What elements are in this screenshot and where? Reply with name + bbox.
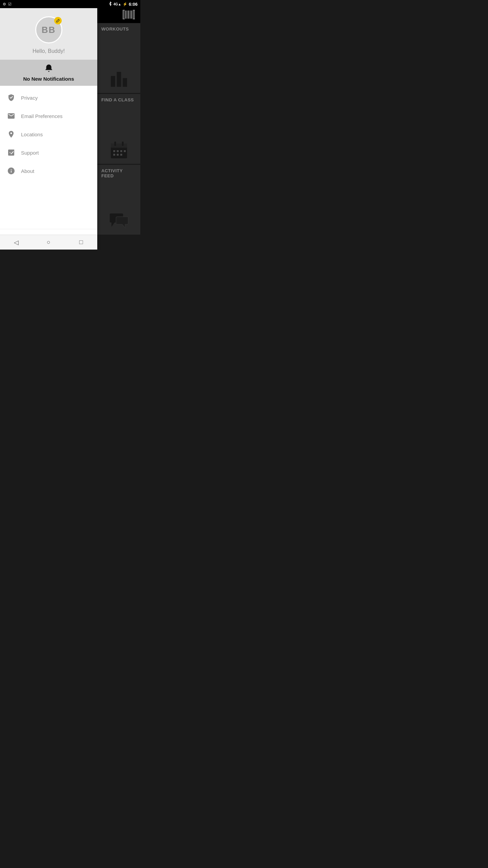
menu-item-email-preferences[interactable]: Email Preferences [0,107,97,125]
menu-item-about[interactable]: About [0,162,97,180]
activity-feed-tile[interactable]: ACTIVITY FEED [97,165,140,235]
nav-bar: ◁ ○ □ [0,235,97,250]
svg-rect-23 [120,150,122,152]
calendar-icon [109,140,128,160]
location-pin-icon [7,130,16,139]
svg-rect-18 [111,143,127,148]
tiles-container: WORKOUTS FIND A CLASS [97,23,140,235]
bar-chart-icon [109,69,128,90]
signal-4g-icon: 4G▲ [114,2,121,6]
workouts-label: WORKOUTS [101,26,129,32]
workouts-tile[interactable]: WORKOUTS [97,23,140,93]
drawer-header: BB Hello, Buddy! [0,8,97,60]
edit-avatar-button[interactable] [54,17,62,24]
svg-rect-13 [133,19,135,19]
svg-rect-8 [133,11,133,19]
shield-check-icon [7,93,16,102]
svg-rect-3 [125,11,126,19]
chat-icon [109,211,128,231]
notification-bar: No New Notifications [0,60,97,86]
back-button[interactable]: ◁ [9,236,23,249]
avatar-initials: BB [42,25,56,35]
main-content: WORKOUTS FIND A CLASS [97,8,140,250]
svg-rect-14 [111,76,115,87]
svg-rect-2 [124,11,125,19]
svg-rect-26 [117,154,119,156]
find-a-class-tile[interactable]: FIND A CLASS [97,94,140,164]
svg-rect-24 [124,150,126,152]
status-bar-right: 4G▲ ⚡ 6:06 [108,1,138,7]
menu-item-support[interactable]: Support [0,143,97,162]
settings-icon: ⚙ [3,2,6,6]
avatar-container: BB [35,16,62,43]
locations-label: Locations [21,132,43,137]
greeting-text: Hello, Buddy! [33,48,65,54]
support-label: Support [21,150,39,156]
find-a-class-label: FIND A CLASS [101,97,134,102]
app-container: BB Hello, Buddy! No New Notifications [0,8,140,250]
svg-rect-22 [117,150,119,152]
privacy-label: Privacy [21,95,38,101]
barcode-icon[interactable] [123,10,135,21]
info-circle-icon [7,166,16,175]
email-preferences-label: Email Preferences [21,113,63,119]
svg-rect-27 [120,154,122,156]
svg-rect-11 [123,19,125,19]
svg-rect-19 [114,141,116,146]
menu-item-locations[interactable]: Locations [0,125,97,143]
envelope-icon [7,112,16,120]
svg-rect-1 [123,11,124,19]
about-label: About [21,168,34,174]
svg-rect-16 [123,78,127,87]
activity-feed-label: ACTIVITY FEED [101,168,136,178]
svg-rect-10 [123,10,125,11]
external-link-icon [7,148,16,157]
svg-rect-9 [134,11,135,19]
svg-rect-12 [133,10,135,11]
svg-rect-21 [113,150,115,152]
status-bar-left: ⚙ ☑ [3,2,12,6]
svg-rect-7 [131,11,132,19]
bluetooth-icon [108,1,112,7]
status-time: 6:06 [129,2,138,7]
status-bar: ⚙ ☑ 4G▲ ⚡ 6:06 [0,0,140,8]
svg-rect-4 [127,11,128,19]
menu-item-privacy[interactable]: Privacy [0,88,97,107]
svg-rect-25 [113,154,115,156]
svg-rect-20 [122,141,123,146]
bell-icon [44,64,53,75]
home-button[interactable]: ○ [42,236,55,249]
svg-rect-15 [117,72,121,87]
battery-icon: ⚡ [123,2,127,6]
drawer: BB Hello, Buddy! No New Notifications [0,8,97,250]
svg-rect-6 [130,11,130,19]
recents-button[interactable]: □ [74,236,88,249]
notification-text: No New Notifications [23,76,74,82]
main-header [97,8,140,23]
task-icon: ☑ [8,2,12,6]
drawer-menu: Privacy Email Preferences Location [0,86,97,229]
svg-rect-5 [128,11,129,19]
